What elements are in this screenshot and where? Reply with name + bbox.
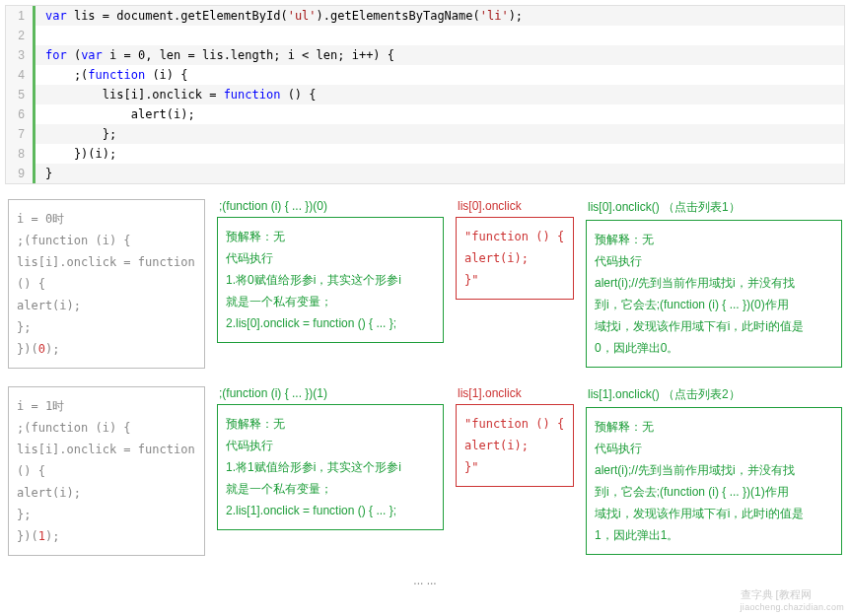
code-block: 1var lis = document.getElementById('ul')… <box>5 5 845 184</box>
onclick-header: lis[1].onclick <box>456 386 574 400</box>
iife-header: ;(function (i) { ... })(0) <box>217 199 444 213</box>
iife-box: 预解释：无代码执行1.将1赋值给形参i，其实这个形参i就是一个私有变量；2.li… <box>217 404 444 530</box>
iife-box: 预解释：无代码执行1.将0赋值给形参i，其实这个形参i就是一个私有变量；2.li… <box>217 217 444 343</box>
code-line: 6 alert(i); <box>6 104 844 124</box>
exec-header: lis[1].onclick() （点击列表2） <box>586 386 842 403</box>
line-code: alert(i); <box>35 104 844 124</box>
explanation-rows: i = 0时;(function (i) { lis[i].onclick = … <box>0 199 850 556</box>
line-number: 1 <box>6 6 35 26</box>
exec-header: lis[0].onclick() （点击列表1） <box>586 199 842 216</box>
iife-header: ;(function (i) { ... })(1) <box>217 386 444 400</box>
code-line: 8 })(i); <box>6 144 844 164</box>
iteration-box: i = 1时;(function (i) { lis[i].onclick = … <box>8 386 205 556</box>
line-code: lis[i].onclick = function () { <box>35 85 844 104</box>
explanation-row: i = 1时;(function (i) { lis[i].onclick = … <box>8 386 842 556</box>
code-line: 9} <box>6 164 844 183</box>
code-line: 1var lis = document.getElementById('ul')… <box>6 6 844 26</box>
exec-box: 预解释：无代码执行alert(i);//先到当前作用域找i，并没有找到i，它会去… <box>586 220 842 368</box>
line-code: for (var i = 0, len = lis.length; i < le… <box>35 45 844 65</box>
onclick-box: "function () { alert(i);}" <box>456 217 574 300</box>
line-code: }; <box>35 124 844 144</box>
line-code: })(i); <box>35 144 844 164</box>
code-line: 5 lis[i].onclick = function () { <box>6 85 844 104</box>
line-code: var lis = document.getElementById('ul').… <box>35 6 844 26</box>
line-number: 2 <box>6 26 35 45</box>
iteration-box: i = 0时;(function (i) { lis[i].onclick = … <box>8 199 205 369</box>
ellipsis: ... ... <box>0 574 850 587</box>
watermark: 查字典 [教程网 jiaocheng.chazidian.com <box>741 587 844 595</box>
exec-box: 预解释：无代码执行alert(i);//先到当前作用域找i，并没有找到i，它会去… <box>586 407 842 555</box>
line-number: 9 <box>6 164 35 183</box>
line-code <box>35 26 844 45</box>
line-number: 8 <box>6 144 35 164</box>
onclick-header: lis[0].onclick <box>456 199 574 213</box>
code-line: 3for (var i = 0, len = lis.length; i < l… <box>6 45 844 65</box>
line-number: 3 <box>6 45 35 65</box>
line-code: ;(function (i) { <box>35 65 844 85</box>
code-line: 2 <box>6 26 844 45</box>
line-number: 5 <box>6 85 35 104</box>
line-code: } <box>35 164 844 183</box>
code-line: 7 }; <box>6 124 844 144</box>
watermark-main: 查字典 [教程网 <box>741 587 844 595</box>
line-number: 4 <box>6 65 35 85</box>
explanation-row: i = 0时;(function (i) { lis[i].onclick = … <box>8 199 842 369</box>
code-line: 4 ;(function (i) { <box>6 65 844 85</box>
line-number: 6 <box>6 104 35 124</box>
onclick-box: "function () { alert(i);}" <box>456 404 574 487</box>
line-number: 7 <box>6 124 35 144</box>
